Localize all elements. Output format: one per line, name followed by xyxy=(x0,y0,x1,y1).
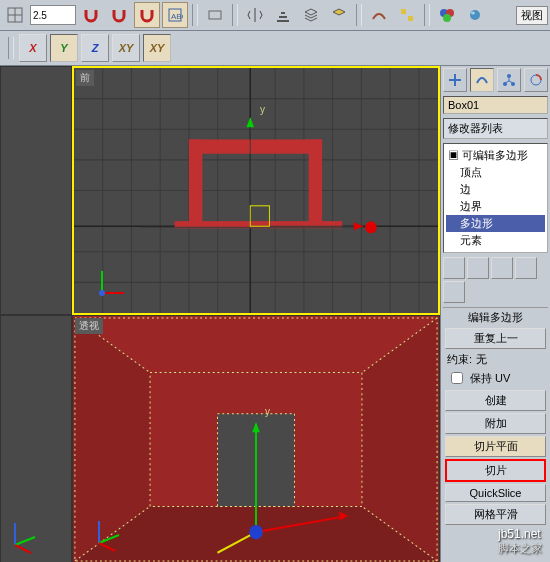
curve-editor-icon[interactable] xyxy=(366,2,392,28)
axis-xy-button[interactable]: XY xyxy=(112,34,140,62)
view-menu-dropdown[interactable]: 视图 xyxy=(516,6,548,25)
main-toolbar: 2.5 ABC 视图 xyxy=(0,0,550,31)
viewport-left-sliver-bottom[interactable] xyxy=(0,315,72,562)
object-name-field[interactable]: Box01 xyxy=(443,96,548,114)
mesh-smooth-button[interactable]: 网格平滑 xyxy=(445,504,546,525)
svg-rect-34 xyxy=(189,139,322,153)
material-icon[interactable] xyxy=(434,2,460,28)
svg-rect-7 xyxy=(408,16,413,21)
svg-line-45 xyxy=(15,537,35,545)
pivot-point[interactable] xyxy=(249,525,262,539)
create-button[interactable]: 创建 xyxy=(445,390,546,411)
viewport-front[interactable]: 前 y xyxy=(72,66,440,315)
axis-x-button[interactable]: X xyxy=(19,34,47,62)
axis-tripod-icon xyxy=(92,263,132,303)
constraint-label: 约束: xyxy=(447,352,472,367)
separator xyxy=(8,37,14,59)
main-area: 前 y xyxy=(0,66,550,562)
edit-poly-header: 编辑多边形 xyxy=(468,310,523,325)
create-tab-icon[interactable] xyxy=(443,68,467,92)
viewport-label-front: 前 xyxy=(76,70,94,86)
tree-item-vertex[interactable]: 顶点 xyxy=(446,164,545,181)
viewport-label-persp: 透视 xyxy=(75,318,103,334)
svg-text:ABC: ABC xyxy=(171,12,183,21)
gizmo-y-label: y xyxy=(265,406,270,417)
tree-item-element[interactable]: 元素 xyxy=(446,232,545,249)
axis-tripod-icon xyxy=(5,515,45,555)
watermark: jb51.net 脚本之家 xyxy=(498,527,542,556)
repeat-last-button[interactable]: 重复上一 xyxy=(445,328,546,349)
viewport-container: 前 y xyxy=(0,66,440,562)
command-panel-tabs xyxy=(441,66,550,94)
slice-plane-button[interactable]: 切片平面 xyxy=(445,436,546,457)
tree-item-border[interactable]: 边界 xyxy=(446,198,545,215)
command-panel: Box01 修改器列表 ▣ 可编辑多边形 顶点 边 边界 多边形 元素 编辑多边… xyxy=(440,66,550,562)
magnet3-icon[interactable] xyxy=(134,2,160,28)
svg-line-46 xyxy=(15,545,31,553)
motion-tab-icon[interactable] xyxy=(524,68,548,92)
watermark-url: jb51.net xyxy=(498,527,542,541)
pin-stack-icon[interactable] xyxy=(443,257,465,279)
tree-item-edge[interactable]: 边 xyxy=(446,181,545,198)
layers-icon[interactable] xyxy=(298,2,324,28)
svg-line-59 xyxy=(99,543,115,551)
svg-point-10 xyxy=(443,14,451,22)
separator xyxy=(232,4,238,26)
modify-tab-icon[interactable] xyxy=(470,68,494,92)
modifier-stack[interactable]: ▣ 可编辑多边形 顶点 边 边界 多边形 元素 xyxy=(443,143,548,253)
spinner-value[interactable]: 2.5 xyxy=(30,5,76,25)
configure-sets-icon[interactable] xyxy=(443,281,465,303)
named-sel-icon[interactable] xyxy=(202,2,228,28)
tree-root[interactable]: ▣ 可编辑多边形 xyxy=(446,147,545,164)
schematic-icon[interactable] xyxy=(394,2,420,28)
slice-button[interactable]: 切片 xyxy=(445,459,546,482)
render-icon[interactable] xyxy=(462,2,488,28)
svg-point-60 xyxy=(507,74,511,78)
quickslice-button[interactable]: QuickSlice xyxy=(445,484,546,502)
align-icon[interactable] xyxy=(270,2,296,28)
remove-modifier-icon[interactable] xyxy=(515,257,537,279)
magnet2-icon[interactable] xyxy=(106,2,132,28)
slice-handle[interactable] xyxy=(365,221,376,233)
mirror-icon[interactable] xyxy=(242,2,268,28)
watermark-text: 脚本之家 xyxy=(498,541,542,556)
svg-line-58 xyxy=(99,535,119,543)
make-unique-icon[interactable] xyxy=(491,257,513,279)
viewport-left-sliver-top[interactable] xyxy=(0,66,72,315)
axis-toolbar: X Y Z XY XY xyxy=(0,31,550,66)
box-geometry xyxy=(175,139,343,228)
show-end-result-icon[interactable] xyxy=(467,257,489,279)
toggle-grid-icon[interactable] xyxy=(2,2,28,28)
gizmo-y-label: y xyxy=(260,104,265,115)
hierarchy-tab-icon[interactable] xyxy=(497,68,521,92)
separator xyxy=(192,4,198,26)
attach-button[interactable]: 附加 xyxy=(445,413,546,434)
svg-point-12 xyxy=(471,12,475,15)
constraint-value[interactable]: 无 xyxy=(476,352,487,367)
separator xyxy=(424,4,430,26)
axis-xy2-button[interactable]: XY xyxy=(143,34,171,62)
stack-tools xyxy=(441,255,550,305)
snap-options-icon[interactable]: ABC xyxy=(162,2,188,28)
edit-poly-rollout: 编辑多边形 重复上一 约束:无 保持 UV 创建 附加 切片平面 切片 Quic… xyxy=(443,307,548,527)
axis-z-button[interactable]: Z xyxy=(81,34,109,62)
svg-rect-5 xyxy=(209,11,221,19)
magnet-icon[interactable] xyxy=(78,2,104,28)
preserve-uv-label: 保持 UV xyxy=(470,371,510,386)
separator xyxy=(356,4,362,26)
viewport-perspective[interactable]: 透视 y xyxy=(72,315,440,562)
move-gizmo[interactable] xyxy=(246,117,363,230)
modifier-list-dropdown[interactable]: 修改器列表 xyxy=(443,118,548,139)
svg-point-43 xyxy=(99,290,105,296)
svg-marker-37 xyxy=(246,117,254,127)
axis-tripod-icon xyxy=(87,515,127,555)
layers2-icon[interactable] xyxy=(326,2,352,28)
axis-y-button[interactable]: Y xyxy=(50,34,78,62)
svg-rect-6 xyxy=(401,9,406,14)
svg-point-11 xyxy=(470,10,480,20)
preserve-uv-checkbox[interactable] xyxy=(451,372,463,384)
tree-item-polygon[interactable]: 多边形 xyxy=(446,215,545,232)
